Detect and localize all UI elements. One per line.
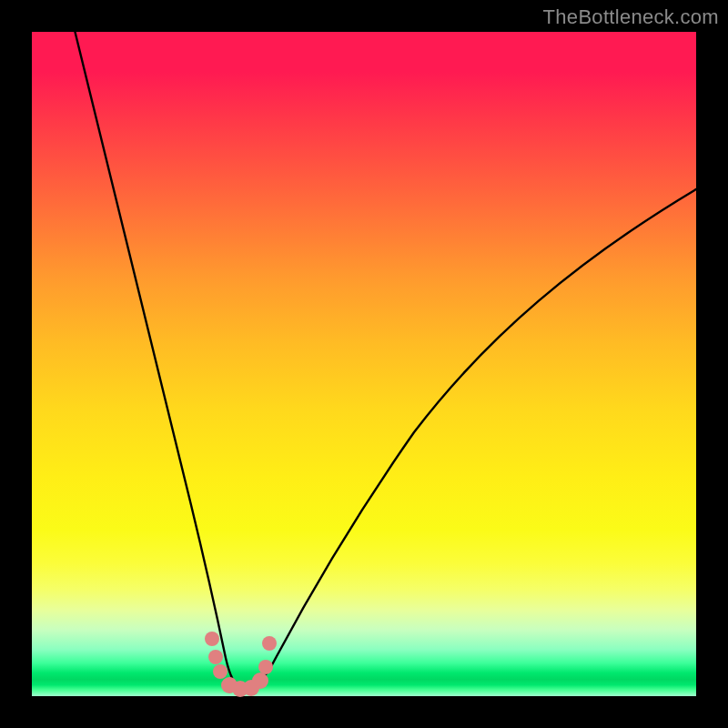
svg-point-7 (258, 660, 273, 674)
bottleneck-minimum-dots (205, 632, 277, 697)
plot-area (32, 32, 696, 696)
chart-frame: TheBottleneck.com (0, 0, 728, 728)
svg-point-0 (205, 632, 219, 646)
svg-point-8 (262, 636, 277, 651)
svg-point-2 (213, 664, 228, 679)
watermark-text: TheBottleneck.com (543, 5, 719, 29)
curve-right-branch (243, 187, 701, 691)
bottleneck-curve-svg (32, 32, 696, 696)
svg-point-6 (252, 672, 268, 689)
svg-point-1 (208, 650, 223, 664)
curve-left-branch (73, 23, 243, 691)
